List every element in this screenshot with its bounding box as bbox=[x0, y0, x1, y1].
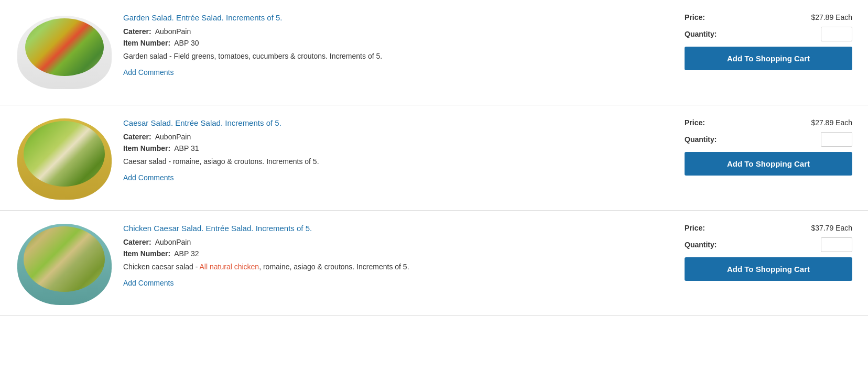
add-comments-garden[interactable]: Add Comments bbox=[123, 68, 173, 77]
product-pricing-garden: Price: $27.89 Each Quantity: Add To Shop… bbox=[685, 10, 852, 73]
garden-salad-image bbox=[17, 16, 112, 89]
item-number-label-caesar: Item Number: bbox=[123, 144, 170, 152]
price-value-chicken-caesar: $37.79 Each bbox=[811, 224, 852, 232]
quantity-input-caesar[interactable] bbox=[821, 132, 852, 147]
product-item-number-chicken-caesar: Item Number: ABP 32 bbox=[123, 249, 674, 258]
product-item-number-garden: Item Number: ABP 30 bbox=[123, 39, 674, 47]
description-highlight-chicken-caesar: All natural chicken bbox=[200, 263, 259, 271]
product-list: Garden Salad. Entrée Salad. Increments o… bbox=[0, 0, 868, 316]
product-details-caesar: Caesar Salad. Entrée Salad. Increments o… bbox=[123, 116, 674, 184]
quantity-label-caesar: Quantity: bbox=[685, 135, 717, 144]
price-row-chicken-caesar: Price: $37.79 Each bbox=[685, 224, 852, 232]
caterer-value-chicken-caesar: AubonPain bbox=[155, 238, 191, 246]
product-details-chicken-caesar: Chicken Caesar Salad. Entrée Salad. Incr… bbox=[123, 221, 674, 290]
item-number-label-garden: Item Number: bbox=[123, 39, 170, 47]
product-item-garden-salad: Garden Salad. Entrée Salad. Increments o… bbox=[0, 0, 868, 105]
product-item-chicken-caesar: Chicken Caesar Salad. Entrée Salad. Incr… bbox=[0, 211, 868, 316]
caesar-salad-inner bbox=[24, 121, 105, 187]
price-value-caesar: $27.89 Each bbox=[811, 118, 852, 127]
product-image-caesar bbox=[16, 116, 113, 200]
caterer-value-caesar: AubonPain bbox=[155, 133, 191, 141]
product-details-garden: Garden Salad. Entrée Salad. Increments o… bbox=[123, 10, 674, 79]
product-description-caesar: Caesar salad - romaine, asiago & crouton… bbox=[123, 157, 674, 167]
quantity-input-garden[interactable] bbox=[821, 27, 852, 41]
price-label-garden: Price: bbox=[685, 13, 705, 21]
add-to-cart-caesar[interactable]: Add To Shopping Cart bbox=[685, 152, 852, 176]
quantity-label-garden: Quantity: bbox=[685, 30, 717, 38]
price-row-garden: Price: $27.89 Each bbox=[685, 13, 852, 21]
product-title-caesar[interactable]: Caesar Salad. Entrée Salad. Increments o… bbox=[123, 118, 674, 127]
item-number-label-chicken-caesar: Item Number: bbox=[123, 249, 170, 258]
chicken-caesar-inner bbox=[24, 226, 105, 292]
product-image-chicken-caesar bbox=[16, 221, 113, 305]
price-value-garden: $27.89 Each bbox=[811, 13, 852, 21]
product-caterer-caesar: Caterer: AubonPain bbox=[123, 133, 674, 141]
description-prefix-chicken-caesar: Chicken caesar salad - bbox=[123, 263, 200, 271]
price-row-caesar: Price: $27.89 Each bbox=[685, 118, 852, 127]
item-number-value-chicken-caesar: ABP 32 bbox=[174, 249, 199, 258]
product-item-number-caesar: Item Number: ABP 31 bbox=[123, 144, 674, 152]
quantity-row-caesar: Quantity: bbox=[685, 132, 852, 147]
product-item-caesar-salad: Caesar Salad. Entrée Salad. Increments o… bbox=[0, 105, 868, 211]
quantity-row-chicken-caesar: Quantity: bbox=[685, 237, 852, 252]
quantity-label-chicken-caesar: Quantity: bbox=[685, 241, 717, 249]
quantity-row-garden: Quantity: bbox=[685, 27, 852, 41]
product-image-garden bbox=[16, 10, 113, 94]
product-caterer-chicken-caesar: Caterer: AubonPain bbox=[123, 238, 674, 246]
add-comments-caesar[interactable]: Add Comments bbox=[123, 173, 173, 182]
product-description-chicken-caesar: Chicken caesar salad - All natural chick… bbox=[123, 262, 674, 272]
description-suffix-chicken-caesar: , romaine, asiago & croutons. Increments… bbox=[259, 263, 409, 271]
product-title-chicken-caesar[interactable]: Chicken Caesar Salad. Entrée Salad. Incr… bbox=[123, 224, 674, 233]
add-to-cart-garden[interactable]: Add To Shopping Cart bbox=[685, 47, 852, 70]
add-to-cart-chicken-caesar[interactable]: Add To Shopping Cart bbox=[685, 257, 852, 281]
price-label-caesar: Price: bbox=[685, 118, 705, 127]
garden-salad-inner bbox=[25, 18, 104, 76]
product-description-garden: Garden salad - Field greens, tomatoes, c… bbox=[123, 51, 674, 62]
product-caterer-garden: Caterer: AubonPain bbox=[123, 27, 674, 36]
caesar-salad-image bbox=[17, 118, 112, 200]
caterer-label-caesar: Caterer: bbox=[123, 133, 151, 141]
caterer-label-chicken-caesar: Caterer: bbox=[123, 238, 151, 246]
caterer-value-garden: AubonPain bbox=[155, 27, 191, 36]
chicken-caesar-image bbox=[17, 224, 112, 305]
product-pricing-caesar: Price: $27.89 Each Quantity: Add To Shop… bbox=[685, 116, 852, 178]
description-text-caesar: Caesar salad - romaine, asiago & crouton… bbox=[123, 157, 319, 166]
product-pricing-chicken-caesar: Price: $37.79 Each Quantity: Add To Shop… bbox=[685, 221, 852, 283]
add-comments-chicken-caesar[interactable]: Add Comments bbox=[123, 279, 173, 287]
item-number-value-garden: ABP 30 bbox=[174, 39, 199, 47]
quantity-input-chicken-caesar[interactable] bbox=[821, 237, 852, 252]
product-title-garden[interactable]: Garden Salad. Entrée Salad. Increments o… bbox=[123, 13, 674, 22]
caterer-label-garden: Caterer: bbox=[123, 27, 151, 36]
price-label-chicken-caesar: Price: bbox=[685, 224, 705, 232]
description-text-garden: Garden salad - Field greens, tomatoes, c… bbox=[123, 52, 382, 60]
item-number-value-caesar: ABP 31 bbox=[174, 144, 199, 152]
